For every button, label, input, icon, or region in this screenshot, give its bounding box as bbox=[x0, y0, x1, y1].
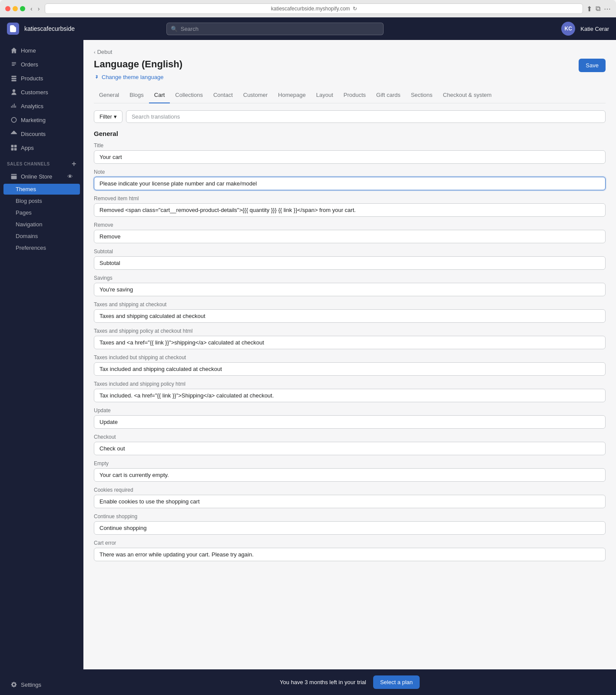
sidebar-item-label: Customers bbox=[21, 89, 48, 96]
sidebar-item-orders[interactable]: Orders bbox=[3, 58, 80, 71]
field-group-continue-shopping: Continue shopping bbox=[94, 513, 606, 535]
sidebar-item-products[interactable]: Products bbox=[3, 72, 80, 85]
tab-products[interactable]: Products bbox=[338, 87, 371, 103]
field-input-title[interactable] bbox=[94, 150, 606, 164]
filter-chevron-icon: ▾ bbox=[114, 113, 117, 120]
more-icon[interactable]: ⋯ bbox=[604, 5, 611, 13]
field-input-cart-error[interactable] bbox=[94, 548, 606, 561]
close-dot[interactable] bbox=[5, 6, 10, 11]
sidebar-item-label: Apps bbox=[21, 145, 34, 151]
field-input-update[interactable] bbox=[94, 415, 606, 429]
sidebar-sub-item-themes[interactable]: Themes bbox=[3, 184, 80, 195]
field-label-removed-item-html: Removed item html bbox=[94, 195, 606, 202]
field-group-taxes-included-shipping-policy-html: Taxes included and shipping policy html bbox=[94, 381, 606, 402]
sidebar-item-label: Analytics bbox=[21, 103, 43, 109]
fullscreen-dot[interactable] bbox=[20, 6, 25, 11]
field-input-remove[interactable] bbox=[94, 230, 606, 243]
section-title-general: General bbox=[94, 130, 606, 137]
svg-rect-3 bbox=[14, 148, 17, 151]
sidebar-item-marketing[interactable]: Marketing bbox=[3, 113, 80, 126]
field-input-taxes-included-shipping[interactable] bbox=[94, 362, 606, 376]
customers-icon bbox=[10, 89, 17, 96]
field-label-savings: Savings bbox=[94, 275, 606, 281]
field-label-remove: Remove bbox=[94, 222, 606, 228]
sidebar-item-analytics[interactable]: Analytics bbox=[3, 99, 80, 113]
field-group-empty: Empty bbox=[94, 460, 606, 482]
field-input-continue-shopping[interactable] bbox=[94, 521, 606, 535]
filter-row: Filter ▾ bbox=[94, 110, 606, 123]
sidebar-sub-item-blog-posts[interactable]: Blog posts bbox=[3, 195, 80, 206]
tab-homepage[interactable]: Homepage bbox=[273, 87, 311, 103]
select-plan-button[interactable]: Select a plan bbox=[373, 675, 420, 689]
tab-sections[interactable]: Sections bbox=[406, 87, 438, 103]
eye-icon[interactable]: 👁 bbox=[67, 173, 73, 180]
tab-blogs[interactable]: Blogs bbox=[124, 87, 149, 103]
sidebar-sub-item-preferences[interactable]: Preferences bbox=[3, 242, 80, 253]
tab-gift-cards[interactable]: Gift cards bbox=[371, 87, 406, 103]
field-label-taxes-shipping-policy-html: Taxes and shipping policy at checkout ht… bbox=[94, 328, 606, 334]
marketing-icon bbox=[10, 116, 17, 123]
change-language-link[interactable]: Change theme language bbox=[94, 74, 606, 80]
field-input-empty[interactable] bbox=[94, 468, 606, 482]
sidebar-item-customers[interactable]: Customers bbox=[3, 86, 80, 99]
field-input-removed-item-html[interactable] bbox=[94, 203, 606, 217]
minimize-dot[interactable] bbox=[13, 6, 18, 11]
field-input-taxes-included-shipping-policy-html[interactable] bbox=[94, 389, 606, 402]
field-input-subtotal[interactable] bbox=[94, 256, 606, 270]
sidebar-item-label: Orders bbox=[21, 61, 38, 68]
sidebar-item-home[interactable]: Home bbox=[3, 44, 80, 57]
field-input-note[interactable] bbox=[94, 177, 606, 190]
url-text: katiescafecurbside.myshopify.com bbox=[271, 6, 350, 12]
analytics-icon bbox=[10, 103, 17, 109]
search-input[interactable] bbox=[166, 23, 384, 35]
sidebar-sub-item-domains[interactable]: Domains bbox=[3, 231, 80, 242]
field-input-taxes-shipping-policy-html[interactable] bbox=[94, 336, 606, 349]
share-icon[interactable]: ⬆ bbox=[586, 5, 592, 13]
sidebar-sub-item-label: Online Store bbox=[21, 173, 52, 180]
breadcrumb[interactable]: ‹ Debut bbox=[94, 49, 606, 55]
tab-customer[interactable]: Customer bbox=[238, 87, 273, 103]
search-translations-input[interactable] bbox=[126, 110, 606, 123]
tab-checkout-system[interactable]: Checkout & system bbox=[438, 87, 497, 103]
content-area: ‹ Debut Language (English) Save Change t… bbox=[83, 40, 616, 695]
sidebar-sub-item-navigation[interactable]: Navigation bbox=[3, 219, 80, 230]
tab-cart[interactable]: Cart bbox=[149, 87, 170, 103]
tab-general[interactable]: General bbox=[94, 87, 124, 103]
tab-contact[interactable]: Contact bbox=[208, 87, 238, 103]
breadcrumb-label: Debut bbox=[97, 49, 113, 55]
filter-button[interactable]: Filter ▾ bbox=[94, 110, 123, 123]
sidebar-sub-item-pages[interactable]: Pages bbox=[3, 207, 80, 218]
field-input-checkout[interactable] bbox=[94, 442, 606, 455]
field-group-remove: Remove bbox=[94, 222, 606, 243]
sidebar-item-apps[interactable]: Apps bbox=[3, 141, 80, 154]
reload-icon[interactable]: ↻ bbox=[353, 6, 357, 12]
sidebar-sub-label: Themes bbox=[16, 186, 36, 192]
trial-text: You have 3 months left in your trial bbox=[280, 679, 366, 685]
avatar[interactable]: KC bbox=[561, 22, 575, 36]
sidebar-sub-label: Navigation bbox=[16, 221, 42, 228]
tabs: General Blogs Cart Collections Contact C… bbox=[94, 87, 606, 103]
store-logo bbox=[7, 23, 19, 35]
sidebar-item-online-store[interactable]: Online Store 👁 bbox=[3, 170, 80, 183]
new-tab-icon[interactable]: ⧉ bbox=[596, 5, 600, 13]
sidebar-item-discounts[interactable]: Discounts bbox=[3, 127, 80, 140]
discounts-icon bbox=[10, 130, 17, 137]
field-label-taxes-included-shipping: Taxes included but shipping at checkout bbox=[94, 354, 606, 361]
tab-layout[interactable]: Layout bbox=[311, 87, 338, 103]
tab-collections[interactable]: Collections bbox=[170, 87, 208, 103]
sidebar-item-label: Home bbox=[21, 47, 36, 54]
forward-button[interactable]: › bbox=[36, 4, 42, 13]
settings-label: Settings bbox=[21, 682, 41, 688]
url-bar[interactable]: katiescafecurbside.myshopify.com ↻ bbox=[45, 3, 583, 14]
field-input-taxes-shipping-checkout[interactable] bbox=[94, 309, 606, 323]
sidebar-item-settings[interactable]: Settings bbox=[3, 678, 80, 691]
field-label-taxes-shipping-checkout: Taxes and shipping at checkout bbox=[94, 301, 606, 308]
field-label-empty: Empty bbox=[94, 460, 606, 467]
field-input-savings[interactable] bbox=[94, 283, 606, 296]
back-button[interactable]: ‹ bbox=[29, 4, 34, 13]
add-sales-channel-button[interactable]: + bbox=[72, 160, 76, 168]
sidebar-sub-label: Pages bbox=[16, 209, 32, 216]
sidebar-item-label: Marketing bbox=[21, 117, 46, 123]
save-button[interactable]: Save bbox=[579, 59, 606, 72]
field-input-cookies-required[interactable] bbox=[94, 495, 606, 508]
